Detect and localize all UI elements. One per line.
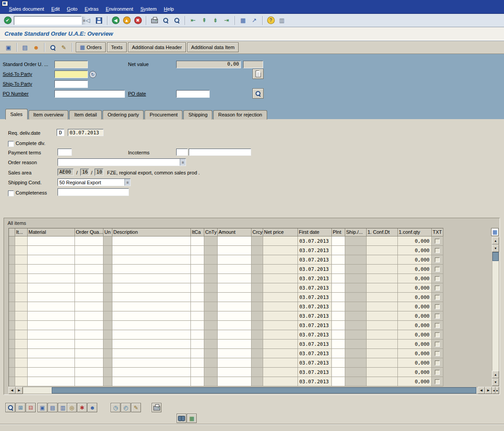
- cell-itca[interactable]: [191, 302, 204, 311]
- cell-1-conf-qty[interactable]: 0,000: [398, 246, 432, 255]
- button-orders[interactable]: ▦Orders: [76, 42, 106, 52]
- scroll-right-icon[interactable]: ▶: [16, 387, 23, 394]
- cell-1-conf-dt[interactable]: [367, 321, 398, 330]
- cell-1-conf-qty[interactable]: 0,000: [398, 330, 432, 340]
- cell-net-price[interactable]: [263, 302, 298, 311]
- scroll-up-bottom-icon[interactable]: ▲: [492, 371, 499, 378]
- horizontal-scroll-thumb[interactable]: [52, 387, 476, 394]
- cell-amount[interactable]: [218, 283, 252, 293]
- cell-1-conf-dt[interactable]: [367, 274, 398, 283]
- cell-material[interactable]: [28, 302, 75, 311]
- row-selector[interactable]: [9, 358, 15, 368]
- cell-amount[interactable]: [218, 302, 252, 311]
- cell-itca[interactable]: [191, 349, 204, 358]
- cell-material[interactable]: [28, 293, 75, 302]
- new-session-icon[interactable]: ▦: [238, 16, 248, 25]
- cell-it[interactable]: [15, 246, 28, 255]
- scroll-right-end-icon[interactable]: ▶: [485, 387, 492, 394]
- column-header-plnt[interactable]: Plnt: [332, 228, 345, 236]
- completeness-checkbox[interactable]: [8, 191, 14, 196]
- cell-plnt[interactable]: [332, 311, 345, 321]
- document-icon[interactable]: [252, 69, 264, 79]
- copy-items-icon[interactable]: ▤: [48, 403, 58, 412]
- tab-item-detail[interactable]: Item detail: [69, 110, 102, 120]
- cancel-icon[interactable]: ✖: [133, 16, 143, 25]
- cell-plnt[interactable]: [332, 236, 345, 246]
- item-detail-icon[interactable]: ▥: [58, 403, 68, 412]
- page-up-icon[interactable]: ⇞: [199, 16, 209, 25]
- cell-description[interactable]: [112, 340, 191, 349]
- cell-net-price[interactable]: [263, 274, 298, 283]
- cell-first-date[interactable]: 03.07.2013: [298, 236, 332, 246]
- item-text-icon[interactable]: ✎: [131, 403, 141, 412]
- cell-1-conf-dt[interactable]: [367, 236, 398, 246]
- menu-item-extras[interactable]: Extras: [81, 6, 102, 12]
- cell-net-price[interactable]: [263, 283, 298, 293]
- cell-description[interactable]: [112, 265, 191, 274]
- row-selector[interactable]: [9, 330, 15, 340]
- search-document-icon[interactable]: [48, 42, 58, 52]
- row-selector[interactable]: [9, 340, 15, 349]
- cell-net-price[interactable]: [263, 293, 298, 302]
- row-selector[interactable]: [9, 293, 15, 302]
- cell-order-qua[interactable]: [75, 255, 103, 265]
- column-header-ship[interactable]: Ship./...: [345, 228, 367, 236]
- cell-order-qua[interactable]: [75, 311, 103, 321]
- cell-amount[interactable]: [218, 311, 252, 321]
- cell-1-conf-qty[interactable]: 0,000: [398, 236, 432, 246]
- cell-description[interactable]: [112, 358, 191, 368]
- item-conditions-icon[interactable]: ◎: [67, 403, 77, 412]
- txt-checkbox[interactable]: [435, 361, 440, 365]
- command-field[interactable]: ≡: [14, 16, 82, 25]
- cell-net-price[interactable]: [263, 236, 298, 246]
- cell-itca[interactable]: [191, 330, 204, 340]
- help-icon[interactable]: ?: [266, 16, 276, 25]
- cell-material[interactable]: [28, 330, 75, 340]
- command-history-icon[interactable]: ≡: [83, 17, 85, 25]
- back-icon[interactable]: ◀: [111, 16, 120, 25]
- cell-material[interactable]: [28, 368, 75, 377]
- button-texts[interactable]: Texts: [107, 42, 127, 52]
- cell-1-conf-dt[interactable]: [367, 349, 398, 358]
- cell-it[interactable]: [15, 311, 28, 321]
- cell-first-date[interactable]: 03.07.2013: [298, 283, 332, 293]
- cell-plnt[interactable]: [332, 255, 345, 265]
- cell-first-date[interactable]: 03.07.2013: [298, 265, 332, 274]
- txt-checkbox[interactable]: [435, 286, 440, 290]
- column-header-1-conf-qty[interactable]: 1.conf.qty: [398, 228, 432, 236]
- cell-first-date[interactable]: 03.07.2013: [298, 293, 332, 302]
- exit-icon[interactable]: ▲: [122, 16, 132, 25]
- cell-description[interactable]: [112, 283, 191, 293]
- cell-it[interactable]: [15, 349, 28, 358]
- last-page-icon[interactable]: ⇥: [222, 16, 231, 25]
- column-header-itca[interactable]: ItCa: [191, 228, 204, 236]
- cell-first-date[interactable]: 03.07.2013: [298, 246, 332, 255]
- cell-it[interactable]: [15, 330, 28, 340]
- cell-net-price[interactable]: [263, 255, 298, 265]
- cell-it[interactable]: [15, 302, 28, 311]
- cell-1-conf-qty[interactable]: 0,000: [398, 358, 432, 368]
- print-icon[interactable]: [149, 16, 159, 25]
- command-input[interactable]: [14, 17, 83, 25]
- vertical-scroll-thumb[interactable]: [492, 252, 499, 261]
- po-number-input[interactable]: [54, 90, 125, 98]
- cell-order-qua[interactable]: [75, 302, 103, 311]
- row-selector[interactable]: [9, 349, 15, 358]
- cell-1-conf-qty[interactable]: 0,000: [398, 321, 432, 330]
- cell-net-price[interactable]: [263, 377, 298, 386]
- order-reason-input[interactable]: [58, 159, 179, 166]
- find-icon[interactable]: [161, 16, 170, 25]
- cell-description[interactable]: [112, 302, 191, 311]
- cell-net-price[interactable]: [263, 265, 298, 274]
- cell-itca[interactable]: [191, 377, 204, 386]
- row-selector[interactable]: [9, 377, 15, 386]
- date-type-input[interactable]: [57, 129, 64, 136]
- sold-to-input[interactable]: [54, 70, 88, 78]
- cell-itca[interactable]: [191, 274, 204, 283]
- cell-amount[interactable]: [218, 349, 252, 358]
- cell-description[interactable]: [112, 246, 191, 255]
- tab-ordering-party[interactable]: Ordering party: [103, 110, 144, 120]
- cell-1-conf-dt[interactable]: [367, 255, 398, 265]
- row-selector[interactable]: [9, 265, 15, 274]
- cell-itca[interactable]: [191, 236, 204, 246]
